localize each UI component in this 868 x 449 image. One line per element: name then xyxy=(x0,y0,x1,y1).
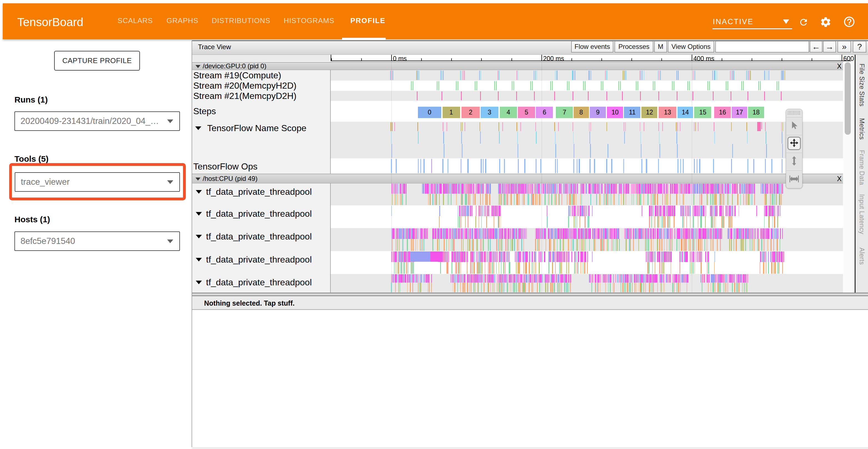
svg-text:16: 16 xyxy=(719,109,726,116)
svg-text:13: 13 xyxy=(664,109,671,116)
svg-text:10: 10 xyxy=(612,109,619,116)
svg-text:1: 1 xyxy=(450,109,453,116)
svg-text:9: 9 xyxy=(596,109,600,116)
svg-text:11: 11 xyxy=(629,109,636,116)
svg-text:6: 6 xyxy=(543,109,547,116)
svg-text:3: 3 xyxy=(488,109,492,116)
svg-text:8: 8 xyxy=(580,109,583,116)
svg-text:4: 4 xyxy=(507,109,510,116)
svg-text:0: 0 xyxy=(428,109,432,116)
svg-text:15: 15 xyxy=(699,109,706,116)
svg-text:14: 14 xyxy=(682,109,689,116)
svg-text:7: 7 xyxy=(563,109,566,116)
svg-text:5: 5 xyxy=(525,109,528,116)
svg-text:12: 12 xyxy=(646,109,653,116)
svg-text:2: 2 xyxy=(469,109,473,116)
svg-text:18: 18 xyxy=(752,109,760,116)
svg-text:17: 17 xyxy=(736,109,743,116)
